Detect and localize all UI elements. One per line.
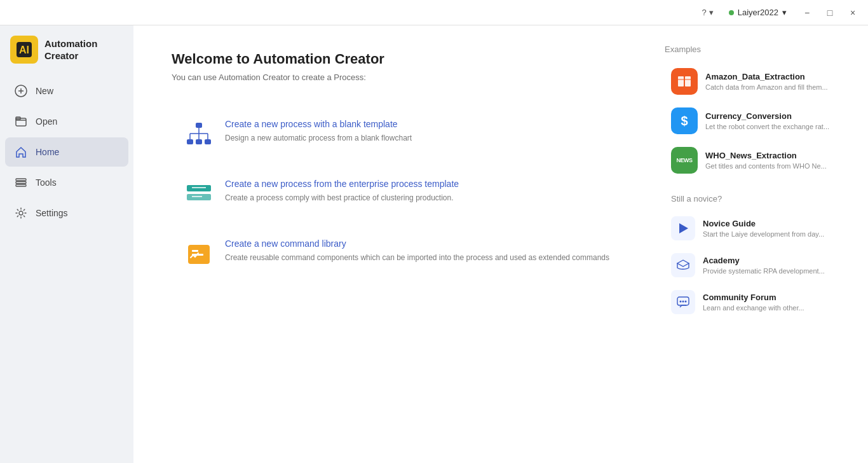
- sidebar-item-new[interactable]: New: [5, 76, 128, 106]
- academy-icon: [671, 253, 695, 277]
- option-enterprise-text: Create a new process from the enterprise…: [225, 179, 459, 204]
- academy-text: Academy Provide systematic RPA developme…: [703, 256, 825, 275]
- username-label: Laiyer2022: [738, 8, 778, 17]
- option-blank-template[interactable]: Create a new process with a blank templa…: [172, 107, 627, 161]
- sidebar-item-open[interactable]: Open: [5, 107, 128, 136]
- example-amazon[interactable]: Amazon_Data_Extraction Catch data from A…: [665, 63, 849, 100]
- who-example-text: WHO_News_Extraction Get titles and conte…: [705, 151, 827, 170]
- sidebar-item-open-label: Open: [36, 116, 57, 127]
- svg-point-10: [19, 211, 23, 215]
- svg-marker-31: [679, 223, 688, 233]
- svg-rect-14: [205, 139, 211, 144]
- community-text: Community Forum Learn and exchange with …: [703, 293, 804, 312]
- amazon-example-icon: [671, 68, 698, 95]
- home-icon: [14, 145, 28, 159]
- sidebar-nav: New Open H: [0, 76, 133, 228]
- svg-rect-20: [187, 185, 211, 191]
- help-chevron: ▾: [709, 8, 714, 17]
- novice-guide-desc: Start the Laiye development from day...: [703, 230, 824, 238]
- user-status-dot: [729, 10, 734, 15]
- svg-rect-28: [685, 76, 691, 86]
- title-bar: ? ▾ Laiyer2022 ▾ − □ ×: [0, 0, 868, 25]
- sidebar-item-home[interactable]: Home: [5, 137, 128, 167]
- novice-guide-name: Novice Guide: [703, 219, 824, 228]
- svg-rect-7: [16, 179, 26, 181]
- svg-rect-8: [16, 182, 26, 184]
- resource-novice-guide[interactable]: Novice Guide Start the Laiye development…: [665, 211, 849, 245]
- main-content: Welcome to Automation Creator You can us…: [133, 25, 868, 463]
- examples-title: Examples: [665, 45, 849, 54]
- settings-icon: [14, 206, 28, 220]
- svg-text:AI: AI: [19, 45, 29, 55]
- help-button[interactable]: ? ▾: [696, 5, 718, 20]
- option-blank-title: Create a new process with a blank templa…: [225, 119, 412, 129]
- sidebar-item-settings[interactable]: Settings: [5, 198, 128, 228]
- process-options: Create a new process with a blank templa…: [172, 107, 627, 280]
- restore-button[interactable]: □: [820, 4, 840, 22]
- option-enterprise-desc: Create a process comply with best practi…: [225, 192, 459, 204]
- option-library-desc: Create reusable command components which…: [225, 252, 609, 263]
- academy-desc: Provide systematic RPA development...: [703, 267, 825, 275]
- svg-rect-9: [16, 184, 26, 186]
- example-who[interactable]: NEWS WHO_News_Extraction Get titles and …: [665, 142, 849, 179]
- svg-rect-12: [187, 139, 193, 144]
- community-icon: [671, 290, 695, 314]
- svg-rect-25: [192, 250, 198, 252]
- option-enterprise-template[interactable]: Create a new process from the enterprise…: [172, 167, 627, 221]
- blank-template-icon: [184, 120, 214, 149]
- option-library-title: Create a new command library: [225, 238, 609, 249]
- svg-point-34: [682, 301, 684, 303]
- svg-rect-21: [187, 194, 211, 200]
- currency-example-text: Currency_Conversion Let the robot conver…: [705, 111, 829, 130]
- svg-point-35: [685, 301, 687, 303]
- resource-community[interactable]: Community Forum Learn and exchange with …: [665, 285, 849, 319]
- window-controls: − □ ×: [797, 4, 863, 22]
- welcome-subtitle: You can use Automation Creator to create…: [172, 73, 627, 82]
- currency-example-desc: Let the robot convert the exchange rat..…: [705, 123, 829, 130]
- close-button[interactable]: ×: [843, 4, 863, 22]
- new-icon: [14, 84, 28, 98]
- option-library-text: Create a new command library Create reus…: [225, 238, 609, 263]
- command-library-icon: [184, 240, 214, 269]
- currency-example-name: Currency_Conversion: [705, 111, 829, 121]
- open-icon: [14, 114, 28, 128]
- sidebar-item-settings-label: Settings: [36, 208, 68, 218]
- welcome-title: Welcome to Automation Creator: [172, 51, 627, 67]
- svg-rect-13: [196, 139, 202, 144]
- example-currency[interactable]: $ Currency_Conversion Let the robot conv…: [665, 102, 849, 139]
- option-command-library[interactable]: Create a new command library Create reus…: [172, 227, 627, 280]
- help-icon: ?: [702, 8, 706, 17]
- currency-example-icon: $: [671, 107, 698, 134]
- novice-guide-text: Novice Guide Start the Laiye development…: [703, 219, 824, 238]
- sidebar-item-home-label: Home: [36, 147, 59, 157]
- novice-guide-icon: [671, 216, 695, 240]
- svg-rect-27: [678, 76, 684, 86]
- who-example-desc: Get titles and contents from WHO Ne...: [705, 162, 827, 170]
- academy-name: Academy: [703, 256, 825, 265]
- svg-point-33: [680, 301, 682, 303]
- novice-title: Still a novice?: [671, 194, 849, 204]
- amazon-example-name: Amazon_Data_Extraction: [705, 72, 828, 81]
- option-blank-text: Create a new process with a blank templa…: [225, 119, 412, 144]
- sidebar: AI AutomationCreator New: [0, 25, 133, 463]
- svg-rect-11: [196, 123, 202, 128]
- community-name: Community Forum: [703, 293, 804, 302]
- option-blank-desc: Design a new automatic process from a bl…: [225, 132, 412, 144]
- user-chevron-icon: ▾: [782, 8, 787, 17]
- minimize-button[interactable]: −: [797, 4, 817, 22]
- community-desc: Learn and exchange with other...: [703, 304, 804, 312]
- who-example-name: WHO_News_Extraction: [705, 151, 827, 160]
- amazon-example-text: Amazon_Data_Extraction Catch data from A…: [705, 72, 828, 91]
- amazon-example-desc: Catch data from Amazon and fill them...: [705, 83, 828, 91]
- sidebar-item-new-label: New: [36, 86, 53, 96]
- user-menu[interactable]: Laiyer2022 ▾: [724, 5, 792, 20]
- content-area: Welcome to Automation Creator You can us…: [133, 25, 658, 463]
- logo-text: AutomationCreator: [44, 38, 97, 62]
- tools-icon: [14, 176, 28, 190]
- sidebar-item-tools[interactable]: Tools: [5, 168, 128, 197]
- option-enterprise-title: Create a new process from the enterprise…: [225, 179, 459, 189]
- resource-academy[interactable]: Academy Provide systematic RPA developme…: [665, 248, 849, 282]
- sidebar-logo: AI AutomationCreator: [0, 25, 133, 76]
- right-panel: Examples Amazon_Data_Extraction Catch da…: [658, 25, 868, 463]
- app-body: AI AutomationCreator New: [0, 25, 868, 463]
